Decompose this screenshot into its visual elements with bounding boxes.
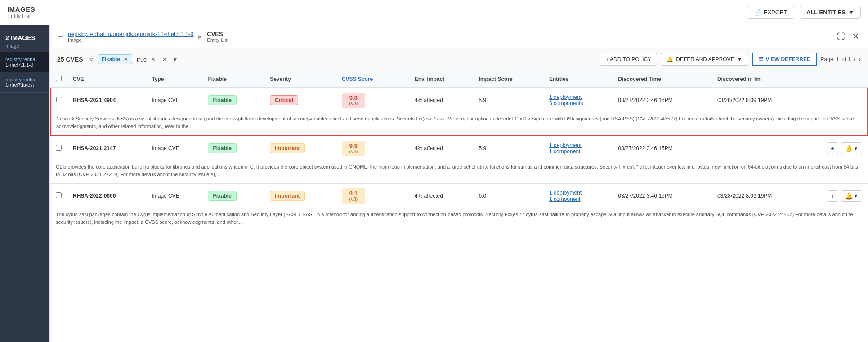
page-current: 1 bbox=[836, 56, 839, 62]
row-impact-score-1: 5.9 bbox=[473, 136, 544, 160]
row-select-0[interactable] bbox=[56, 97, 62, 102]
add-to-policy-button[interactable]: + ADD TO POLICY bbox=[600, 53, 657, 66]
view-deferred-button[interactable]: ☷ VIEW DEFERRED bbox=[752, 53, 817, 66]
row-entities-2: 1 deployment 1 component bbox=[544, 184, 613, 209]
row-checkbox-0 bbox=[50, 88, 67, 112]
action-bell-1[interactable]: 🔔 ▼ bbox=[841, 142, 862, 154]
sidebar-label: Image bbox=[0, 43, 49, 52]
row-cvss-2: 9.1 (V3) bbox=[336, 184, 409, 209]
action-add-1[interactable]: + bbox=[827, 142, 838, 154]
breadcrumb-link[interactable]: registry.redhat.io/openjdk/openjdk-11-rh… bbox=[68, 31, 193, 37]
table-row: RHSA-2021:4904 Image CVE Fixable Critica… bbox=[50, 88, 868, 112]
view-deferred-label: VIEW DEFERRED bbox=[766, 56, 811, 62]
th-impact-score: Impact Score bbox=[473, 71, 544, 88]
close-button[interactable]: ✕ bbox=[850, 30, 861, 43]
row-fixable-1: Fixable bbox=[202, 136, 264, 160]
breadcrumb: ← registry.redhat.io/openjdk/openjdk-11-… bbox=[57, 31, 228, 43]
entity-link1-1[interactable]: 1 deployment bbox=[549, 142, 607, 148]
th-cvss-score[interactable]: CVSS Score ↓ bbox=[336, 71, 409, 88]
row-fixable-0: Fixable bbox=[202, 88, 264, 112]
cvss-value-1: 9.8 bbox=[349, 142, 358, 149]
filter-clear-button[interactable]: ✕ bbox=[162, 56, 167, 63]
entity-link2-0[interactable]: 3 components bbox=[549, 100, 607, 107]
sidebar: 2 IMAGES Image registry.redha 1-rhel7:1.… bbox=[0, 25, 49, 342]
row-discovered-in-2: 03/28/2022 8:09:19PM + 🔔 ▼ bbox=[712, 184, 868, 209]
action-btns-1: + 🔔 ▼ bbox=[827, 142, 862, 154]
cvss-value-0: 9.8 bbox=[349, 94, 358, 101]
header-right: 📄 EXPORT ALL ENTITIES ▼ bbox=[747, 6, 861, 19]
add-policy-label: + ADD TO POLICY bbox=[605, 56, 651, 62]
row-severity-2: Important bbox=[264, 184, 336, 209]
pagination: Page 1 of 1 ‹ › bbox=[821, 55, 861, 63]
sidebar-item-tag-1: 1-rhel7:latest bbox=[5, 82, 44, 88]
panel: ← registry.redhat.io/openjdk/openjdk-11-… bbox=[49, 25, 868, 342]
th-checkbox bbox=[50, 71, 67, 88]
sidebar-count: 2 IMAGES bbox=[0, 31, 49, 43]
th-env-impact: Env. Impact bbox=[409, 71, 474, 88]
row-discovered-time-1: 03/27/2022 3:46:15PM bbox=[613, 136, 712, 160]
th-fixable: Fixable bbox=[202, 71, 264, 88]
breadcrumb-current-group: CVES Entity List bbox=[207, 31, 228, 43]
filter-value-close[interactable]: ✕ bbox=[151, 56, 156, 62]
row-fixable-2: Fixable bbox=[202, 184, 264, 209]
external-link-button[interactable]: ⛶ bbox=[835, 30, 847, 43]
row-severity-1: Important bbox=[264, 136, 336, 160]
breadcrumb-current: CVES bbox=[207, 31, 228, 37]
row-severity-0: Critical bbox=[264, 88, 336, 112]
back-button[interactable]: ← bbox=[57, 32, 64, 40]
page-label: Page bbox=[821, 56, 833, 62]
export-button[interactable]: 📄 EXPORT bbox=[747, 6, 794, 19]
main-layout: 2 IMAGES Image registry.redha 1-rhel7:1.… bbox=[0, 25, 868, 342]
entity-link2-1[interactable]: 1 component bbox=[549, 148, 607, 155]
defer-icon: 🔔 bbox=[667, 56, 673, 62]
defer-approve-button[interactable]: 🔔 DEFER AND APPROVE ▼ bbox=[661, 53, 748, 66]
filter-icon: ▿ bbox=[89, 55, 93, 63]
row-desc-1: GLib provides the core application build… bbox=[50, 160, 868, 184]
cvss-version-2: (V3) bbox=[349, 197, 358, 202]
row-discovered-time-0: 03/27/2022 3:46:15PM bbox=[613, 88, 712, 112]
select-all-checkbox[interactable] bbox=[56, 76, 62, 81]
page-subtitle: Entity List bbox=[7, 13, 35, 19]
table-row: RHSA-2021:2147 Image CVE Fixable Importa… bbox=[50, 136, 868, 160]
row-cvss-0: 9.8 (V3) bbox=[336, 88, 409, 112]
page-next-button[interactable]: › bbox=[859, 55, 861, 63]
entity-link1-0[interactable]: 1 deployment bbox=[549, 94, 607, 100]
sidebar-item-0[interactable]: registry.redha 1-rhel7:1.1-9 bbox=[0, 52, 49, 72]
filter-tag-fixable: Fixable: ✕ bbox=[98, 54, 132, 64]
filter-bar: 25 CVES ▿ Fixable: ✕ true ✕ ✕ ▼ + ADD TO… bbox=[50, 48, 868, 71]
action-bell-2[interactable]: 🔔 ▼ bbox=[841, 190, 862, 202]
entity-link1-2[interactable]: 1 deployment bbox=[549, 190, 607, 196]
filter-dropdown-button[interactable]: ▼ bbox=[172, 56, 178, 63]
breadcrumb-link-group: registry.redhat.io/openjdk/openjdk-11-rh… bbox=[68, 31, 193, 43]
cvss-version-1: (V3) bbox=[349, 149, 358, 154]
table-header: CVE Type Fixable Severity CVSS Score ↓ E… bbox=[50, 71, 868, 88]
row-cve-0: RHSA-2021:4904 bbox=[67, 88, 146, 112]
action-add-2[interactable]: + bbox=[827, 190, 838, 202]
row-discovered-in-0: 03/28/2022 8:09:19PM bbox=[712, 88, 868, 112]
panel-actions: ⛶ ✕ bbox=[835, 30, 861, 43]
desc-row-1: GLib provides the core application build… bbox=[50, 160, 868, 184]
defer-chevron-icon: ▼ bbox=[737, 56, 743, 62]
sidebar-item-1[interactable]: registry.redha 1-rhel7:latest bbox=[0, 72, 49, 93]
cvss-value-2: 9.1 bbox=[349, 190, 358, 197]
table-row: RHSA-2022:0666 Image CVE Fixable Importa… bbox=[50, 184, 868, 209]
chevron-down-icon: ▼ bbox=[848, 9, 854, 16]
row-select-2[interactable] bbox=[56, 192, 62, 198]
row-discovered-time-2: 03/27/2022 3:46:15PM bbox=[613, 184, 712, 209]
row-type-1: Image CVE bbox=[146, 136, 202, 160]
breadcrumb-arrow-icon: ► bbox=[197, 33, 203, 40]
row-impact-score-0: 5.9 bbox=[473, 88, 544, 112]
sidebar-item-name-0: registry.redha bbox=[5, 57, 44, 62]
all-entities-button[interactable]: ALL ENTITIES ▼ bbox=[800, 6, 861, 19]
export-icon: 📄 bbox=[754, 9, 761, 16]
breadcrumb-current-sub: Entity List bbox=[207, 37, 228, 43]
all-entities-label: ALL ENTITIES bbox=[806, 9, 846, 16]
entity-link2-2[interactable]: 1 component bbox=[549, 196, 607, 202]
filter-tag-close[interactable]: ✕ bbox=[124, 56, 128, 62]
th-severity: Severity bbox=[264, 71, 336, 88]
row-select-1[interactable] bbox=[56, 145, 62, 151]
defer-label: DEFER AND APPROVE bbox=[676, 56, 734, 62]
table-body: RHSA-2021:4904 Image CVE Fixable Critica… bbox=[50, 88, 868, 231]
page-prev-button[interactable]: ‹ bbox=[853, 55, 855, 63]
row-type-2: Image CVE bbox=[146, 184, 202, 209]
